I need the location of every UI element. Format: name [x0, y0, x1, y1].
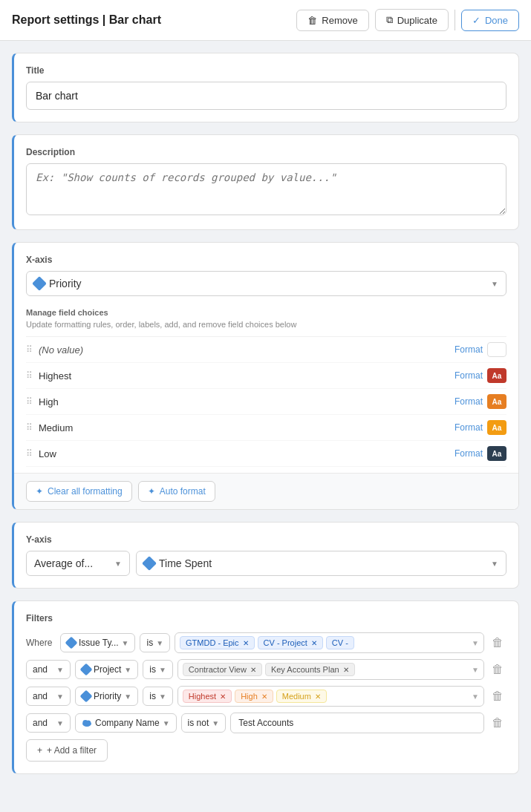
diamond-icon [80, 664, 93, 676]
xaxis-card: X-axis Priority ▼ Manage field choices U… [12, 242, 519, 510]
filter-connector-3[interactable]: and ▼ [26, 687, 71, 706]
filter-tag-close[interactable]: ✕ [220, 693, 226, 701]
field-choice-left: ⠿ Highest [26, 370, 71, 382]
filter-op-label: is not [188, 718, 209, 728]
filter-tag-close[interactable]: ✕ [261, 693, 267, 701]
filter-connector-2[interactable]: and ▼ [26, 660, 71, 679]
title-card: Title [12, 53, 519, 122]
filter-op-3[interactable]: is ▼ [143, 687, 173, 706]
filters-section: Filters Where Issue Ty... ▼ is ▼ GTMDD -… [14, 601, 518, 773]
filter-tag-close[interactable]: ✕ [343, 666, 349, 674]
filter-tag: Contractor View ✕ [183, 663, 262, 676]
field-choice-name: Low [39, 448, 56, 459]
manage-field-section: Manage field choices Update formatting r… [14, 308, 518, 473]
field-choice-right: Format Aa [455, 394, 506, 409]
copy-icon: ⧉ [386, 14, 393, 26]
xaxis-field-select[interactable]: Priority ▼ [26, 271, 506, 296]
delete-filter-button[interactable]: 🗑 [489, 635, 506, 651]
yaxis-label: Y-axis [26, 534, 506, 545]
filter-field-label: Company Name [95, 718, 160, 728]
filter-values-1[interactable]: GTMDD - Epic ✕ CV - Project ✕ CV - ▼ [175, 632, 484, 653]
drag-handle-icon[interactable]: ⠿ [26, 448, 33, 459]
xaxis-field-label: Priority [49, 278, 82, 289]
chevron-down-icon: ▼ [472, 693, 479, 701]
delete-filter-button[interactable]: 🗑 [489, 688, 506, 704]
filter-tag: CV - [326, 636, 354, 649]
field-choice-right: Format Aa [455, 446, 506, 461]
xaxis-label: X-axis [26, 255, 506, 265]
filter-values-3[interactable]: Highest ✕ High ✕ Medium ✕ ▼ [177, 686, 484, 707]
duplicate-button[interactable]: ⧉ Duplicate [375, 9, 449, 31]
field-choice-right: Format Aa [455, 420, 506, 435]
add-filter-button[interactable]: + + Add a filter [26, 739, 108, 762]
cloud-icon [82, 718, 92, 727]
drag-handle-icon[interactable]: ⠿ [26, 422, 33, 433]
filter-field-priority[interactable]: Priority ▼ [75, 687, 138, 706]
manage-field-title: Manage field choices [26, 308, 506, 317]
manage-field-desc: Update formatting rules, order, labels, … [26, 320, 506, 329]
format-badge: Aa [487, 420, 506, 435]
filter-field-company[interactable]: Company Name ▼ [75, 713, 177, 733]
filter-connector-4[interactable]: and ▼ [26, 713, 71, 733]
format-link[interactable]: Format [455, 422, 483, 433]
filter-field-project[interactable]: Project ▼ [75, 660, 138, 679]
filter-field-issuetype[interactable]: Issue Ty... ▼ [60, 633, 135, 652]
filter-op-4[interactable]: is not ▼ [181, 713, 227, 733]
chevron-down-icon: ▼ [472, 639, 479, 647]
format-link[interactable]: Format [455, 370, 483, 381]
format-actions: ✦ Clear all formatting ✦ Auto format [14, 473, 518, 509]
field-choice-label: (No value) [39, 344, 83, 356]
format-link[interactable]: Format [455, 448, 483, 459]
auto-format-button[interactable]: ✦ Auto format [138, 481, 215, 502]
filter-tag: Highest ✕ [183, 690, 232, 703]
filter-tag: GTMDD - Epic ✕ [180, 636, 255, 649]
drag-handle-icon[interactable]: ⠿ [26, 344, 33, 355]
clear-formatting-button[interactable]: ✦ Clear all formatting [26, 481, 132, 502]
title-input[interactable] [26, 82, 506, 110]
filter-op-1[interactable]: is ▼ [140, 633, 170, 652]
yaxis-card: Y-axis Average of... ▼ Time Spent ▼ [12, 522, 519, 589]
description-label: Description [26, 147, 506, 157]
filters-label: Filters [26, 613, 506, 623]
filter-tag-close[interactable]: ✕ [311, 639, 317, 647]
field-choice-left: ⠿ Low [26, 448, 56, 459]
header: Report settings | Bar chart 🗑 Remove ⧉ D… [0, 0, 531, 41]
delete-filter-button[interactable]: 🗑 [489, 715, 506, 731]
field-choice-row: ⠿ Low Format Aa [26, 441, 506, 467]
drag-handle-icon[interactable]: ⠿ [26, 396, 33, 407]
delete-filter-button[interactable]: 🗑 [489, 661, 506, 678]
drag-handle-icon[interactable]: ⠿ [26, 370, 33, 381]
format-link[interactable]: Format [455, 396, 483, 407]
yaxis-aggregate-select[interactable]: Average of... ▼ [26, 551, 130, 576]
diamond-icon [80, 690, 93, 703]
chevron-down-icon: ▼ [212, 719, 219, 727]
filter-tag-close[interactable]: ✕ [315, 693, 321, 701]
format-badge-empty [487, 342, 506, 357]
format-badge: Aa [487, 394, 506, 409]
title-card-inner: Title [14, 53, 518, 122]
filter-tag-close[interactable]: ✕ [250, 666, 256, 674]
filter-tag: Key Accounts Plan ✕ [265, 663, 355, 676]
filter-op-2[interactable]: is ▼ [143, 660, 173, 679]
filter-values-2[interactable]: Contractor View ✕ Key Accounts Plan ✕ ▼ [177, 659, 484, 680]
description-input[interactable] [26, 163, 506, 215]
yaxis-card-inner: Y-axis Average of... ▼ Time Spent ▼ [14, 523, 518, 588]
filter-values-4[interactable] [230, 713, 484, 733]
xaxis-card-inner: X-axis Priority ▼ [14, 243, 518, 308]
format-link[interactable]: Format [455, 344, 483, 355]
remove-button[interactable]: 🗑 Remove [296, 10, 368, 31]
done-button[interactable]: ✓ Done [461, 10, 519, 31]
filter-op-label: is [149, 691, 156, 701]
yaxis-field-select[interactable]: Time Spent ▼ [136, 551, 506, 576]
filter-op-label: is [146, 638, 153, 648]
chevron-down-icon: ▼ [56, 719, 64, 727]
filter-field-label: Project [94, 664, 121, 675]
filter-row-3: and ▼ Priority ▼ is ▼ Highest ✕ [26, 686, 506, 707]
xaxis-field-inner: Priority [34, 278, 82, 289]
filter-row-1: Where Issue Ty... ▼ is ▼ GTMDD - Epic ✕ [26, 632, 506, 653]
filter-tag: Medium ✕ [276, 690, 327, 703]
filter-tag-close[interactable]: ✕ [243, 639, 249, 647]
yaxis-row: Average of... ▼ Time Spent ▼ [26, 551, 506, 576]
filter-value-input[interactable] [235, 716, 479, 730]
chevron-down-icon: ▼ [124, 666, 131, 674]
